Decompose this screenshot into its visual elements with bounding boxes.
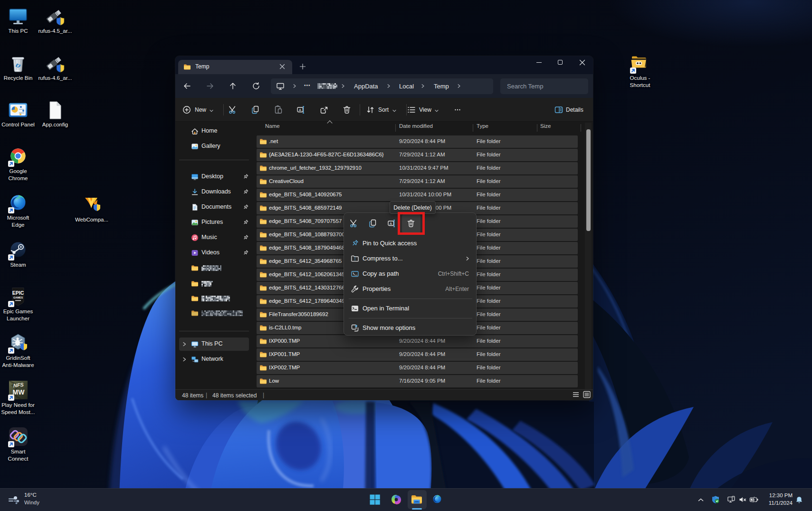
svg-text:GAMES: GAMES	[13, 296, 23, 299]
svg-text:NFS: NFS	[13, 382, 24, 388]
svg-text:MW: MW	[13, 388, 25, 396]
svg-text:EPIC: EPIC	[12, 290, 24, 296]
svg-text:A: A	[299, 108, 301, 112]
svg-text:A: A	[390, 222, 392, 226]
